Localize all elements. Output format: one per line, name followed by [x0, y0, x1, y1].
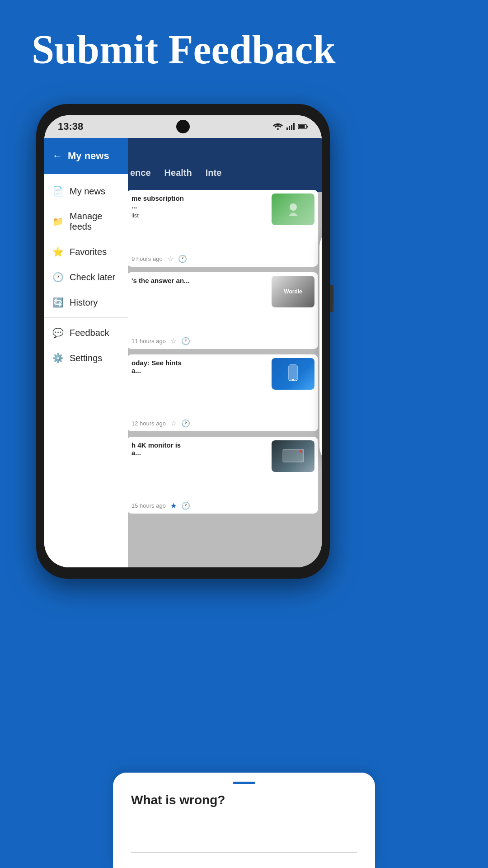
card2-bookmark-icon[interactable]: ☆	[170, 337, 177, 345]
card3-title: oday: See hints a...	[131, 359, 190, 374]
card1-clock-icon[interactable]: 🕐	[178, 255, 187, 263]
card2-footer: 11 hours ago ☆ 🕐	[131, 337, 190, 345]
drawer-item-manage-feeds[interactable]: 📁 Manage feeds	[44, 204, 128, 239]
news-tabs: ence Health Inte	[126, 163, 322, 183]
card1-image-placeholder	[272, 193, 314, 225]
card4-title: h 4K monitor is a...	[131, 441, 190, 457]
card4-bookmark-icon[interactable]: ★	[170, 501, 177, 510]
manage-feeds-icon: 📁	[52, 216, 63, 227]
card1-bookmark-icon[interactable]: ☆	[167, 255, 174, 263]
drawer-item-settings[interactable]: ⚙️ Settings	[44, 345, 128, 371]
side-button	[330, 285, 333, 312]
feedback-icon: 💬	[52, 327, 63, 338]
card4-time: 15 hours ago	[131, 502, 166, 509]
drawer-header-title: My news	[68, 150, 109, 162]
drawer-label-check-later: Check later	[70, 272, 115, 283]
card2-time: 11 hours ago	[131, 338, 166, 344]
card2-image: Wordle	[272, 276, 314, 307]
news-card-3[interactable]: oday: See hints a... 12 hours ago ☆ 🕐	[127, 354, 318, 431]
svg-rect-0	[286, 127, 288, 130]
drawer-item-favorites[interactable]: ⭐ Favorites	[44, 239, 128, 264]
page-title: Submit Feedback	[32, 27, 336, 72]
drawer-item-history[interactable]: 🔄 History	[44, 290, 128, 315]
drawer-label-feedback: Feedback	[70, 328, 109, 338]
signal-icon	[286, 123, 295, 130]
card4-image-placeholder	[272, 440, 314, 472]
drawer-menu: 📄 My news 📁 Manage feeds ⭐ Favorites 🕐 C…	[44, 174, 128, 375]
status-icons	[273, 123, 308, 130]
bottom-sheet-question: What is wrong?	[131, 793, 357, 807]
svg-point-9	[292, 379, 294, 381]
app-content: ence Health Inte me subscription ... lis…	[44, 138, 322, 567]
svg-rect-8	[289, 365, 297, 381]
svg-rect-5	[299, 125, 305, 128]
card4-clock-icon[interactable]: 🕐	[181, 501, 190, 510]
phone-screen: 13:38	[44, 115, 322, 567]
card4-image	[272, 440, 314, 472]
svg-point-11	[300, 450, 302, 453]
card3-clock-icon[interactable]: 🕐	[181, 419, 190, 428]
drawer-header: ← My news	[44, 138, 128, 174]
svg-point-7	[290, 203, 297, 211]
drawer-label-my-news: My news	[70, 186, 105, 197]
news-card-4[interactable]: h 4K monitor is a... 15 hours ago ★ 🕐	[127, 437, 318, 514]
card1-time: 9 hours ago	[131, 255, 163, 262]
drawer-item-check-later[interactable]: 🕐 Check later	[44, 264, 128, 290]
card2-clock-icon[interactable]: 🕐	[181, 337, 190, 345]
card1-footer: 9 hours ago ☆ 🕐	[131, 255, 187, 263]
wifi-icon	[273, 123, 283, 130]
tab-inte[interactable]: Inte	[206, 168, 222, 178]
my-news-icon: 📄	[52, 186, 63, 197]
drawer-label-manage-feeds: Manage feeds	[70, 211, 120, 232]
card4-footer: 15 hours ago ★ 🕐	[131, 501, 190, 510]
feedback-input[interactable]	[131, 816, 357, 853]
battery-icon	[298, 123, 308, 130]
card3-footer: 12 hours ago ☆ 🕐	[131, 419, 190, 428]
card3-bookmark-icon[interactable]: ☆	[170, 419, 177, 428]
card1-title: me subscription ...	[131, 194, 190, 210]
card2-image-placeholder: Wordle	[272, 276, 314, 307]
side-drawer: ← My news 📄 My news 📁 Manage feeds ⭐ Fav	[44, 138, 128, 567]
navigate-panel: ✕ Navigate Draw ↩	[319, 228, 322, 465]
card3-time: 12 hours ago	[131, 420, 166, 427]
card1-image	[272, 193, 314, 225]
drawer-divider	[44, 317, 128, 318]
card3-image-placeholder	[272, 358, 314, 390]
news-cards-list: me subscription ... list 9 hours ago ☆ 🕐	[123, 185, 322, 567]
bottom-sheet: What is wrong?	[113, 773, 375, 868]
drawer-back-button[interactable]: ←	[52, 150, 62, 162]
drawer-item-my-news[interactable]: 📄 My news	[44, 179, 128, 204]
phone-mockup: 13:38	[36, 104, 330, 579]
camera-notch	[176, 120, 190, 133]
svg-rect-6	[307, 126, 308, 127]
check-later-icon: 🕐	[52, 272, 63, 283]
settings-icon: ⚙️	[52, 353, 63, 363]
card3-image	[272, 358, 314, 390]
favorites-icon: ⭐	[52, 246, 63, 257]
tab-science[interactable]: ence	[130, 168, 151, 178]
history-icon: 🔄	[52, 297, 63, 308]
drawer-label-favorites: Favorites	[70, 247, 107, 257]
svg-rect-2	[291, 125, 292, 130]
bottom-sheet-handle	[233, 782, 255, 784]
status-time: 13:38	[58, 121, 83, 132]
drawer-label-history: History	[70, 297, 98, 308]
svg-rect-3	[293, 123, 295, 130]
drawer-item-feedback[interactable]: 💬 Feedback	[44, 320, 128, 345]
card2-title: 's the answer an...	[131, 277, 190, 284]
news-card-1[interactable]: me subscription ... list 9 hours ago ☆ 🕐	[127, 190, 318, 267]
tab-health[interactable]: Health	[164, 168, 192, 178]
svg-rect-1	[289, 126, 290, 130]
drawer-label-settings: Settings	[70, 353, 102, 363]
news-card-2[interactable]: 's the answer an... Wordle 11 hours ago …	[127, 272, 318, 349]
